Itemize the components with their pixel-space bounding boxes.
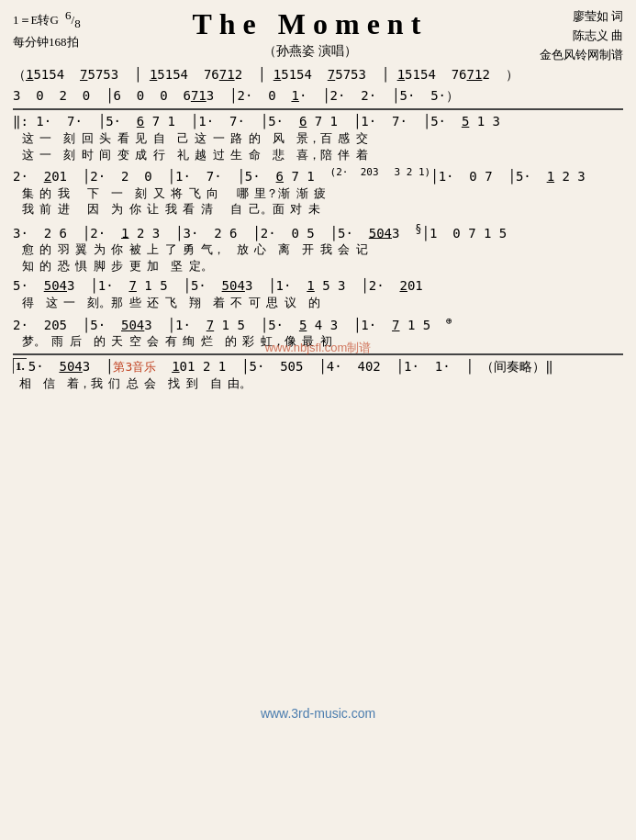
arranger: 金色风铃网制谱 xyxy=(540,46,623,65)
header-center: The Moment （孙燕姿 演唱） xyxy=(81,7,540,60)
section3-block: 3· 2 6 │2· 1 2 3 │3· 2 6 │2· 0 5 │5· 504… xyxy=(13,221,623,274)
header-section: 1＝E转G 6/8 每分钟168拍 The Moment （孙燕姿 演唱） 廖莹… xyxy=(13,7,623,64)
s2-lyrics1: 集 的 我 下 一 刻 又 将 飞 向 哪 里？渐 渐 疲 xyxy=(13,185,623,202)
s3-lyrics2: 知 的 恐 惧 脚 步 更 加 坚 定。 xyxy=(13,258,623,274)
tempo: 每分钟168拍 xyxy=(13,34,81,50)
section4-block: 5· 5043 │1· 7 1 5 │5· 5043 │1· 1 5 3 │2·… xyxy=(13,277,623,310)
final-block: 1. 5· 5043 │第3音乐 101 2 1 │5· 505 │4· 402… xyxy=(13,358,623,391)
separator1 xyxy=(13,108,623,110)
s1-lyrics1: 这 一 刻 回 头 看 见 自 己 这 一 路 的 风 景，百 感 交 xyxy=(13,130,623,147)
watermark-center: www.nbjsfl.com制谱 xyxy=(265,340,372,356)
repeat-bracket-1: 1. xyxy=(13,358,27,374)
intro-notes: （15154 75753 │ 15154 76712 │ 15154 75753… xyxy=(13,66,623,84)
lyricist: 廖莹如 词 xyxy=(540,7,623,27)
watermark-bottom: www.3rd-music.com xyxy=(261,706,375,721)
song-title: The Moment xyxy=(81,7,540,41)
s1-notes: ‖: 1· 7· │5· 6 7 1 │1· 7· │5· 6 7 1 │1· … xyxy=(13,113,623,130)
line2-notes: 3 0 2 0 │6 0 0 6713 │2· 0 1· │2· 2· │5· … xyxy=(13,87,623,105)
header-left: 1＝E转G 6/8 每分钟168拍 xyxy=(13,7,81,50)
s3-notes: 3· 2 6 │2· 1 2 3 │3· 2 6 │2· 0 5 │5· 504… xyxy=(13,221,623,242)
section1-block: ‖: 1· 7· │5· 6 7 1 │1· 7· │5· 6 7 1 │1· … xyxy=(13,113,623,162)
s4-notes: 5· 5043 │1· 7 1 5 │5· 5043 │1· 1 5 3 │2·… xyxy=(13,277,623,295)
final-lyrics: 相 信 着，我 们 总 会 找 到 自 由。 xyxy=(13,375,623,392)
s3-lyrics1: 愈 的 羽 翼 为 你 被 上 了 勇 气， 放 心 离 开 我 会 记 xyxy=(13,241,623,258)
composer: 陈志义 曲 xyxy=(540,27,623,46)
s4-lyrics1: 得 这 一 刻。那 些 还 飞 翔 着 不 可 思 议 的 xyxy=(13,295,623,311)
s5-notes: 2· 205 │5· 5043 │1· 7 1 5 │5· 5 4 3 │1· … xyxy=(13,315,623,334)
section2-block: 2· 201 │2· 2 0 │1· 7· │5· 6 7 1 (2· 203 … xyxy=(13,166,623,218)
s2-lyrics2: 我 前 进 因 为 你 让 我 看 清 自 己。面 对 未 xyxy=(13,201,623,218)
page: 1＝E转G 6/8 每分钟168拍 The Moment （孙燕姿 演唱） 廖莹… xyxy=(0,0,636,840)
final-notes: 5· 5043 │第3音乐 101 2 1 │5· 505 │4· 402 │1… xyxy=(28,358,553,375)
final-row: 1. 5· 5043 │第3音乐 101 2 1 │5· 505 │4· 402… xyxy=(13,358,623,375)
s1-lyrics2: 这 一 刻 时 间 变 成 行 礼 越 过 生 命 悲 喜，陪 伴 着 xyxy=(13,147,623,163)
intro-block: （15154 75753 │ 15154 76712 │ 15154 75753… xyxy=(13,66,623,84)
s2-notes: 2· 201 │2· 2 0 │1· 7· │5· 6 7 1 (2· 203 … xyxy=(13,166,623,185)
key-label: 1＝E转G xyxy=(13,13,59,27)
header-right: 廖莹如 词 陈志义 曲 金色风铃网制谱 xyxy=(540,7,623,64)
key-time: 1＝E转G 6/8 xyxy=(13,7,81,32)
performer-line: （孙燕姿 演唱） xyxy=(81,43,540,60)
line2-block: 3 0 2 0 │6 0 0 6713 │2· 0 1· │2· 2· │5· … xyxy=(13,87,623,105)
